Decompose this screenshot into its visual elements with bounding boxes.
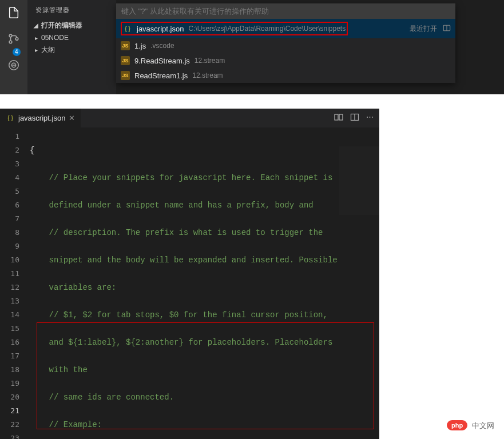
line-numbers: 1 2 3 4 5 6 7 8 9 10 11 12 13 14 15 16 1… xyxy=(0,127,25,439)
svg-point-2 xyxy=(15,38,18,41)
sidebar-title: 资源管理器 xyxy=(27,3,116,19)
top-vscode-window: 4 资源管理器 ◢ 打开的编辑器 ▸ 05NODE ▸ 大纲 { } xyxy=(0,0,504,94)
recent-label: 最近打开 xyxy=(410,24,437,34)
debug-icon[interactable] xyxy=(6,57,22,73)
file-path: 12.stream xyxy=(195,57,225,65)
source-control-badge: 4 xyxy=(13,48,21,56)
compare-icon[interactable] xyxy=(334,113,343,123)
close-icon[interactable]: ✕ xyxy=(69,114,75,122)
quick-open-input[interactable] xyxy=(116,3,455,19)
file-tab[interactable]: { } javascript.json ✕ xyxy=(0,109,81,127)
watermark-text: 中文网 xyxy=(472,421,494,431)
quick-open-panel: { } javascript.json C:\Users\zsj\AppData… xyxy=(116,3,455,83)
svg-point-1 xyxy=(9,41,12,43)
split-editor-icon[interactable] xyxy=(443,24,451,34)
more-icon[interactable]: ⋯ xyxy=(366,113,374,123)
file-path: .vscode xyxy=(150,42,174,50)
quick-open-row[interactable]: JS 1.js .vscode xyxy=(116,38,455,53)
file-name: ReadStream1.js xyxy=(134,71,188,80)
tab-label: javascript.json xyxy=(18,114,65,122)
chevron-right-icon: ▸ xyxy=(33,35,39,41)
editor-body: 1 2 3 4 5 6 7 8 9 10 11 12 13 14 15 16 1… xyxy=(0,127,379,439)
js-icon: JS xyxy=(121,71,130,80)
svg-rect-8 xyxy=(339,114,343,120)
highlight-box: { } javascript.json C:\Users\zsj\AppData… xyxy=(121,22,348,35)
quick-open-row[interactable]: JS ReadStream1.js 12.stream xyxy=(116,68,455,83)
svg-point-0 xyxy=(9,34,12,37)
quick-open-row-selected[interactable]: { } javascript.json C:\Users\zsj\AppData… xyxy=(116,19,455,38)
file-path: 12.stream xyxy=(192,71,223,79)
explorer-sidebar: 资源管理器 ◢ 打开的编辑器 ▸ 05NODE ▸ 大纲 xyxy=(27,0,116,94)
quick-open-row[interactable]: JS 9.ReadStream.js 12.stream xyxy=(116,53,455,68)
file-name: 9.ReadStream.js xyxy=(134,57,190,65)
file-name: javascript.json xyxy=(137,25,184,33)
activity-bar: 4 xyxy=(0,0,27,94)
file-name: 1.js xyxy=(134,42,146,50)
tab-actions: ⋯ xyxy=(334,113,379,123)
php-badge: php xyxy=(447,420,467,430)
js-icon: JS xyxy=(121,56,130,65)
js-icon: JS xyxy=(121,41,130,50)
sidebar-item-label: 大纲 xyxy=(41,45,55,55)
tab-bar: { } javascript.json ✕ ⋯ xyxy=(0,109,379,127)
split-icon[interactable] xyxy=(350,113,359,123)
chevron-right-icon: ▸ xyxy=(33,47,39,53)
sidebar-outline[interactable]: ▸ 大纲 xyxy=(27,43,116,57)
chevron-down-icon: ◢ xyxy=(33,22,39,29)
sidebar-folder[interactable]: ▸ 05NODE xyxy=(27,32,116,43)
braces-icon: { } xyxy=(6,114,15,123)
sidebar-item-label: 05NODE xyxy=(41,34,69,42)
braces-icon: { } xyxy=(123,24,132,33)
editor-area-top: { } javascript.json C:\Users\zsj\AppData… xyxy=(116,0,504,94)
sidebar-item-label: 打开的编辑器 xyxy=(41,21,82,30)
quick-open-list: { } javascript.json C:\Users\zsj\AppData… xyxy=(116,19,455,83)
source-control-icon[interactable] xyxy=(6,31,22,47)
svg-rect-7 xyxy=(335,114,338,120)
code-area[interactable]: { // Place your snippets for javascript … xyxy=(25,127,379,439)
sidebar-open-editors[interactable]: ◢ 打开的编辑器 xyxy=(27,19,116,32)
explorer-icon[interactable] xyxy=(6,5,22,21)
file-path: C:\Users\zsj\AppData\Roaming\Code\User\s… xyxy=(188,25,346,33)
editor-window: { } javascript.json ✕ ⋯ 1 2 3 4 5 6 7 8 … xyxy=(0,109,379,439)
watermark: php 中文网 xyxy=(447,420,494,431)
